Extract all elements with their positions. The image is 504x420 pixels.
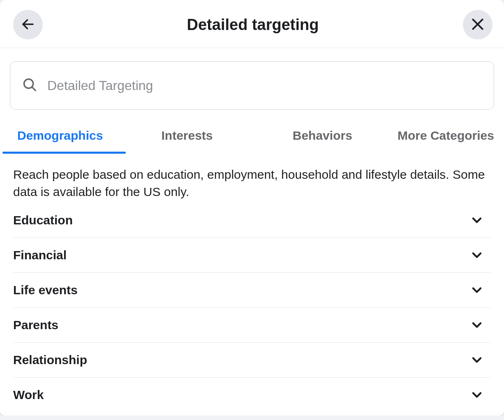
tabs-container: Demographics Interests Behaviors More Ca… bbox=[10, 119, 494, 154]
accordion-label: Education bbox=[13, 213, 73, 227]
accordion-item-education[interactable]: Education bbox=[13, 207, 491, 238]
tab-label: More Categories bbox=[398, 129, 494, 142]
accordion-item-life-events[interactable]: Life events bbox=[13, 273, 491, 308]
search-input[interactable] bbox=[47, 78, 482, 93]
accordion-label: Work bbox=[13, 388, 44, 402]
tab-description: Reach people based on education, employm… bbox=[13, 166, 491, 201]
search-icon bbox=[22, 77, 47, 94]
accordion-item-relationship[interactable]: Relationship bbox=[13, 343, 491, 378]
chevron-down-icon bbox=[469, 283, 484, 298]
tab-label: Behaviors bbox=[293, 129, 352, 142]
tab-label: Demographics bbox=[17, 129, 103, 142]
chevron-down-icon bbox=[469, 213, 484, 228]
accordion-label: Parents bbox=[13, 318, 58, 332]
tab-behaviors[interactable]: Behaviors bbox=[255, 119, 390, 153]
back-button[interactable] bbox=[13, 10, 43, 39]
accordion-item-parents[interactable]: Parents bbox=[13, 308, 491, 343]
tab-more-categories[interactable]: More Categories bbox=[390, 119, 494, 153]
accordion-item-work[interactable]: Work bbox=[13, 378, 491, 415]
tab-demographics[interactable]: Demographics bbox=[10, 119, 119, 153]
tab-content: Reach people based on education, employm… bbox=[10, 154, 494, 415]
accordion-label: Financial bbox=[13, 248, 67, 262]
modal-header: Detailed targeting bbox=[0, 0, 504, 48]
modal-body: Demographics Interests Behaviors More Ca… bbox=[0, 48, 504, 415]
search-container[interactable] bbox=[10, 61, 494, 110]
chevron-down-icon bbox=[469, 353, 484, 367]
tab-interests[interactable]: Interests bbox=[119, 119, 254, 153]
chevron-down-icon bbox=[469, 318, 484, 332]
svg-line-4 bbox=[32, 87, 36, 91]
arrow-left-icon bbox=[21, 17, 35, 33]
chevron-down-icon bbox=[469, 388, 484, 402]
accordion-item-financial[interactable]: Financial bbox=[13, 238, 491, 273]
accordion-label: Life events bbox=[13, 283, 78, 297]
chevron-down-icon bbox=[469, 248, 484, 263]
close-button[interactable] bbox=[463, 10, 492, 39]
modal-title: Detailed targeting bbox=[43, 16, 463, 34]
accordion-label: Relationship bbox=[13, 353, 87, 367]
close-icon bbox=[469, 16, 486, 34]
detailed-targeting-modal: Detailed targeting Demographics bbox=[0, 0, 504, 415]
tab-label: Interests bbox=[161, 129, 213, 142]
